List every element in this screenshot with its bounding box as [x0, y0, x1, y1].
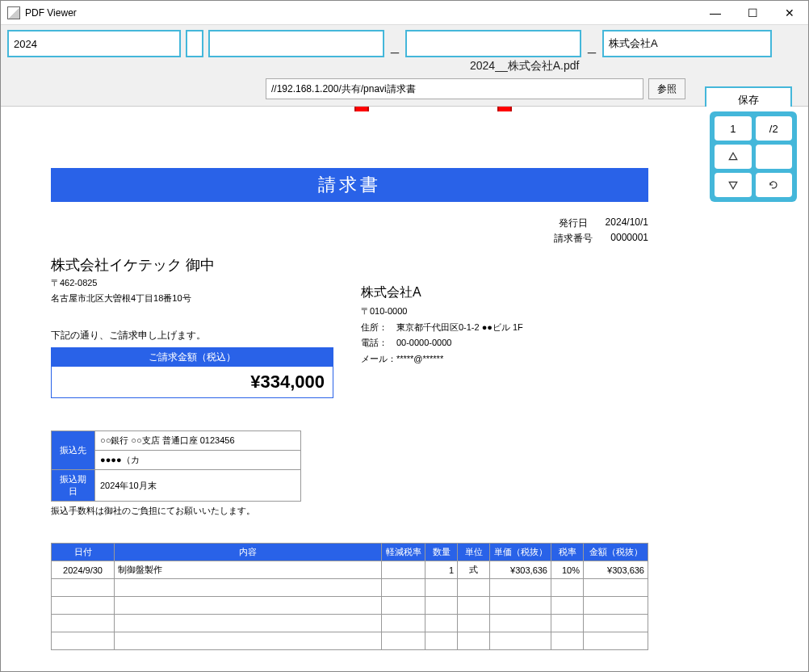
col-unit: 単位 — [458, 544, 490, 561]
titlebar: PDF Viewer — ☐ ✕ — [1, 1, 808, 25]
separator: _ — [586, 37, 597, 57]
invoice-title: 請求書 — [51, 168, 648, 202]
generated-filename: 2024__株式会社A.pdf — [470, 59, 579, 74]
recipient-postal: 〒462-0825 — [51, 276, 353, 290]
table-row — [52, 579, 648, 597]
fee-note: 振込手数料は御社のご負担にてお願いいたします。 — [51, 505, 648, 517]
sender-postal: 〒010-0000 — [361, 304, 648, 319]
toolbar: _ _ 2024__株式会社A.pdf 参照 — [1, 25, 808, 107]
bank-head: 振込先 — [52, 431, 95, 470]
maximize-button[interactable]: ☐ — [734, 1, 771, 25]
recipient-address: 名古屋市北区大曽根4丁目18番10号 — [51, 292, 353, 305]
col-date: 日付 — [52, 544, 115, 561]
addr-label: 住所： — [361, 321, 396, 335]
col-amt: 金額（税抜） — [584, 544, 648, 561]
refresh-button[interactable] — [756, 173, 793, 197]
separator: _ — [389, 37, 400, 57]
total-pages: /2 — [756, 116, 793, 141]
filename-part2-input[interactable] — [186, 30, 203, 57]
app-icon — [7, 6, 20, 19]
sender-mail: *****@****** — [396, 354, 443, 363]
filename-part5-input[interactable] — [602, 30, 772, 57]
window-title: PDF Viewer — [25, 7, 697, 19]
next-page-button[interactable] — [715, 173, 752, 197]
col-desc: 内容 — [115, 544, 382, 561]
sender-tel: 00-0000-0000 — [396, 338, 452, 347]
close-button[interactable]: ✕ — [771, 1, 808, 25]
tel-label: 電話： — [361, 336, 396, 351]
col-price: 単価（税抜） — [490, 544, 551, 561]
filename-part3-input[interactable] — [208, 30, 384, 57]
recipient-name: 株式会社イケテック 御中 — [51, 255, 353, 275]
invoice-number-label: 請求番号 — [554, 232, 593, 246]
amount-heading: ご請求金額（税込） — [52, 348, 333, 367]
save-path-input[interactable] — [266, 78, 643, 99]
minimize-button[interactable]: — — [697, 1, 734, 25]
prev-page-button[interactable] — [715, 145, 752, 169]
col-redu: 軽減税率 — [382, 544, 425, 561]
table-row — [52, 597, 648, 615]
bank-line2: ●●●●（カ — [95, 451, 301, 470]
refresh-icon — [769, 180, 778, 190]
intro-text: 下記の通り、ご請求申し上げます。 — [51, 329, 353, 342]
sender-name: 株式会社A — [361, 284, 648, 301]
pdf-page: 請求書 発行日 2024/10/1 請求番号 0000001 株式会社イケテック… — [10, 111, 689, 671]
nav-spacer — [756, 145, 793, 169]
table-row — [52, 615, 648, 632]
deadline-head: 振込期日 — [52, 470, 95, 502]
mail-label: メール： — [361, 352, 396, 367]
sender-address: 東京都千代田区0-1-2 ●●ビル 1F — [396, 322, 523, 332]
col-rate: 税率 — [551, 544, 584, 561]
bank-line1: ○○銀行 ○○支店 普通口座 0123456 — [95, 431, 301, 451]
filename-part4-input[interactable] — [405, 30, 581, 57]
items-table: 日付 内容 軽減税率 数量 単位 単価（税抜） 税率 金額（税抜） 2024/9… — [51, 543, 648, 650]
issue-date: 2024/10/1 — [606, 216, 648, 230]
table-row — [52, 632, 648, 650]
browse-button[interactable]: 参照 — [648, 78, 685, 99]
invoice-number: 0000001 — [610, 232, 648, 246]
deadline: 2024年10月末 — [95, 470, 301, 502]
triangle-up-icon — [728, 152, 738, 162]
page-navigator: 1 /2 — [710, 111, 797, 202]
current-page: 1 — [715, 116, 752, 141]
bank-table: 振込先 ○○銀行 ○○支店 普通口座 0123456 ●●●●（カ 振込期日 2… — [51, 430, 301, 502]
total-amount: ¥334,000 — [52, 367, 333, 397]
filename-part1-input[interactable] — [7, 30, 181, 57]
triangle-down-icon — [728, 180, 738, 190]
table-row: 2024/9/30制御盤製作1式¥303,63610%¥303,636 — [52, 561, 648, 579]
issue-date-label: 発行日 — [559, 216, 588, 230]
col-qty: 数量 — [425, 544, 458, 561]
